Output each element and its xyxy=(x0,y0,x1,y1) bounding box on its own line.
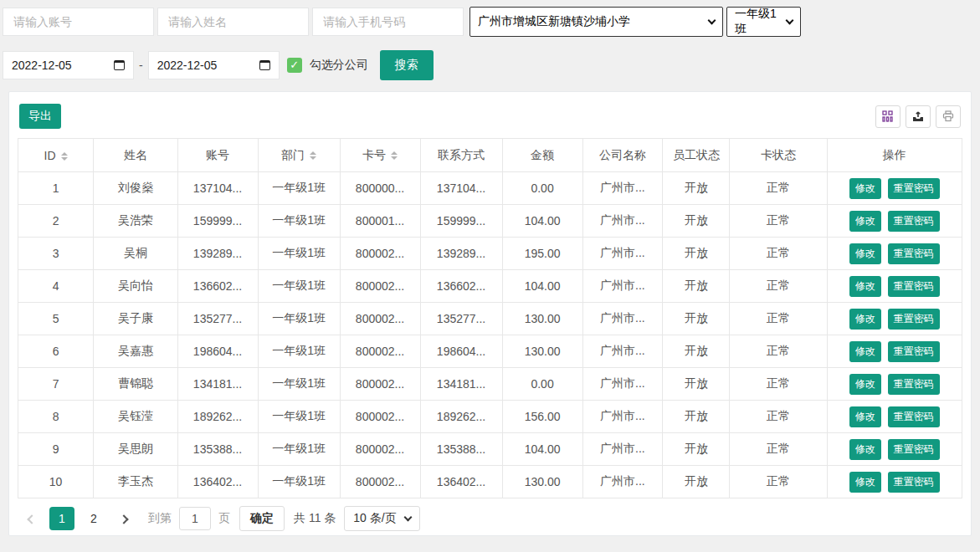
reset-password-button[interactable]: 重置密码 xyxy=(888,374,940,395)
edit-button[interactable]: 修改 xyxy=(849,309,881,330)
column-header: 操作 xyxy=(827,139,962,172)
cell-card: 800002... xyxy=(340,368,420,401)
phone-input[interactable] xyxy=(312,8,464,36)
edit-button[interactable]: 修改 xyxy=(849,406,881,427)
date-from-value: 2022-12-05 xyxy=(12,59,72,72)
edit-button[interactable]: 修改 xyxy=(849,341,881,362)
cell-account: 137104... xyxy=(177,172,258,205)
cell-card: 800002... xyxy=(340,270,420,303)
page-size-value: 10 条/页 xyxy=(353,511,396,526)
search-button[interactable]: 搜索 xyxy=(380,50,434,80)
print-button[interactable] xyxy=(936,105,961,128)
reset-password-button[interactable]: 重置密码 xyxy=(888,406,940,427)
cell-name: 吴桐 xyxy=(94,238,177,270)
cell-card_status: 正常 xyxy=(730,433,827,466)
calendar-icon[interactable] xyxy=(114,60,125,70)
next-page-button[interactable] xyxy=(110,512,138,525)
account-input[interactable] xyxy=(3,8,154,36)
cell-card: 800002... xyxy=(340,335,420,368)
sort-icon[interactable] xyxy=(61,152,68,161)
cell-actions: 修改重置密码 xyxy=(827,466,962,498)
table-row: 4吴向怡136602...一年级1班800002...136602...104.… xyxy=(18,270,962,303)
cell-card_status: 正常 xyxy=(730,205,827,238)
reset-password-button[interactable]: 重置密码 xyxy=(888,211,940,232)
cell-department: 一年级1班 xyxy=(258,368,340,401)
column-header[interactable]: 部门 xyxy=(258,139,340,172)
sort-icon[interactable] xyxy=(310,151,316,160)
reset-password-button[interactable]: 重置密码 xyxy=(888,439,940,460)
class-select[interactable]: 一年级1班 xyxy=(726,7,801,37)
date-to-input[interactable]: 2022-12-05 xyxy=(148,51,280,79)
chevron-left-icon xyxy=(27,514,36,524)
edit-button[interactable]: 修改 xyxy=(849,439,881,460)
reset-password-button[interactable]: 重置密码 xyxy=(888,341,940,362)
school-select[interactable]: 广州市增城区新塘镇沙埔小学 xyxy=(469,7,723,37)
cell-id: 2 xyxy=(18,205,94,238)
column-header[interactable]: ID xyxy=(18,139,94,172)
table-row: 8吴钰滢189262...一年级1班800002...189262...156.… xyxy=(18,401,962,433)
cell-card: 800002... xyxy=(340,466,420,498)
cell-card_status: 正常 xyxy=(730,335,827,368)
edit-button[interactable]: 修改 xyxy=(849,211,881,232)
column-header: 卡状态 xyxy=(730,139,827,172)
column-header: 员工状态 xyxy=(663,139,730,172)
cell-department: 一年级1班 xyxy=(258,238,340,270)
edit-button[interactable]: 修改 xyxy=(849,276,881,297)
confirm-button[interactable]: 确定 xyxy=(239,506,285,531)
name-input[interactable] xyxy=(157,8,309,36)
toggle-columns-button[interactable] xyxy=(875,105,900,128)
edit-button[interactable]: 修改 xyxy=(849,472,881,493)
cell-department: 一年级1班 xyxy=(258,401,340,433)
table-header-row: ID姓名账号部门卡号联系方式金额公司名称员工状态卡状态操作 xyxy=(18,139,962,172)
cell-emp_status: 开放 xyxy=(663,205,730,238)
page-size-select[interactable]: 10 条/页 xyxy=(344,506,419,531)
cell-id: 8 xyxy=(18,401,94,433)
calendar-icon[interactable] xyxy=(259,60,270,70)
page-button-2[interactable]: 2 xyxy=(81,507,106,530)
reset-password-button[interactable]: 重置密码 xyxy=(888,243,940,264)
cell-id: 5 xyxy=(18,303,94,335)
cell-emp_status: 开放 xyxy=(663,238,730,270)
chevron-down-icon xyxy=(708,16,716,24)
reset-password-button[interactable]: 重置密码 xyxy=(888,178,940,199)
reset-password-button[interactable]: 重置密码 xyxy=(888,276,940,297)
export-file-button[interactable] xyxy=(906,105,931,128)
table-panel: 导出 xyxy=(8,91,972,536)
branch-checkbox[interactable]: ✓ xyxy=(287,58,302,73)
goto-page-input[interactable] xyxy=(179,507,211,530)
column-label: 操作 xyxy=(883,148,906,161)
cell-name: 吴子康 xyxy=(94,303,177,335)
edit-button[interactable]: 修改 xyxy=(849,178,881,199)
cell-department: 一年级1班 xyxy=(258,466,340,498)
cell-contact: 134181... xyxy=(420,368,502,401)
edit-button[interactable]: 修改 xyxy=(849,243,881,264)
cell-card: 800002... xyxy=(340,433,420,466)
column-header[interactable]: 卡号 xyxy=(340,139,420,172)
cell-id: 1 xyxy=(18,172,94,205)
cell-contact: 135277... xyxy=(420,303,502,335)
cell-id: 7 xyxy=(18,368,94,401)
reset-password-button[interactable]: 重置密码 xyxy=(888,309,940,330)
cell-account: 136402... xyxy=(177,466,258,498)
prev-page-button[interactable] xyxy=(18,512,46,525)
sort-icon[interactable] xyxy=(391,151,398,160)
cell-name: 吴思朗 xyxy=(94,433,177,466)
export-button[interactable]: 导出 xyxy=(19,104,61,129)
reset-password-button[interactable]: 重置密码 xyxy=(888,472,940,493)
cell-card: 800001... xyxy=(340,205,420,238)
cell-company: 广州市... xyxy=(582,401,663,433)
cell-emp_status: 开放 xyxy=(663,303,730,335)
date-separator: - xyxy=(139,59,143,72)
column-label: 员工状态 xyxy=(673,148,720,161)
cell-emp_status: 开放 xyxy=(663,335,730,368)
page-button-1[interactable]: 1 xyxy=(49,507,74,530)
edit-button[interactable]: 修改 xyxy=(849,374,881,395)
column-label: 卡状态 xyxy=(761,148,796,161)
cell-actions: 修改重置密码 xyxy=(827,433,962,466)
branch-checkbox-label: 勾选分公司 xyxy=(310,58,368,73)
column-label: 部门 xyxy=(281,148,305,161)
table-row: 1刘俊燊137104...一年级1班800000...137104...0.00… xyxy=(18,172,962,205)
date-from-input[interactable]: 2022-12-05 xyxy=(3,51,134,79)
cell-card_status: 正常 xyxy=(730,172,827,205)
cell-name: 刘俊燊 xyxy=(94,172,177,205)
